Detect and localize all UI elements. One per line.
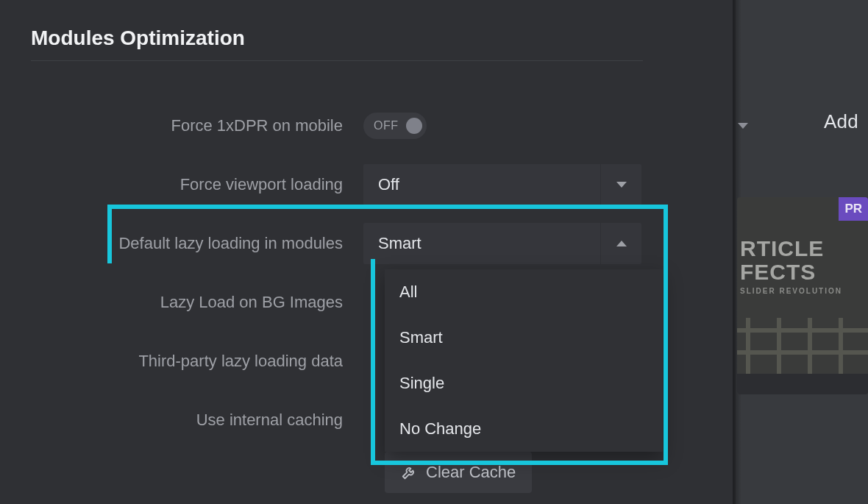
- label-internal-caching: Use internal caching: [31, 411, 363, 430]
- select-viewport-value: Off: [363, 164, 600, 205]
- row-force-dpr: Force 1xDPR on mobile OFF: [31, 96, 643, 155]
- add-label[interactable]: Add: [824, 110, 858, 133]
- annotation-highlight: [371, 259, 375, 263]
- dropdown-option-smart[interactable]: Smart: [385, 315, 663, 361]
- addon-title-line2: FECTS: [740, 260, 868, 284]
- select-lazy-loading[interactable]: Smart: [363, 223, 641, 264]
- label-force-dpr: Force 1xDPR on mobile: [31, 116, 363, 135]
- toggle-knob-icon: [406, 118, 422, 134]
- chevron-down-icon: [600, 164, 641, 205]
- addon-title-line1: RTICLE: [740, 237, 868, 260]
- addon-card[interactable]: PR RTICLE FECTS SLIDER REVOLUTION: [737, 197, 868, 394]
- lazy-loading-dropdown: All Smart Single No Change: [385, 269, 663, 452]
- addon-art: [737, 322, 868, 374]
- chevron-down-icon: [738, 123, 748, 129]
- select-viewport[interactable]: Off: [363, 164, 641, 205]
- row-lazy-loading: Default lazy loading in modules Smart: [31, 214, 643, 273]
- clear-cache-label: Clear Cache: [426, 463, 516, 482]
- chevron-up-icon: [600, 223, 641, 264]
- dropdown-option-all[interactable]: All: [385, 269, 663, 315]
- label-bg-images: Lazy Load on BG Images: [31, 293, 363, 312]
- label-viewport: Force viewport loading: [31, 175, 363, 194]
- title-divider: [31, 60, 643, 61]
- dropdown-option-single[interactable]: Single: [385, 361, 663, 406]
- wrench-icon: [401, 464, 417, 480]
- row-viewport: Force viewport loading Off: [31, 155, 643, 214]
- addon-card-footer: [737, 374, 868, 394]
- clear-cache-button[interactable]: Clear Cache: [385, 452, 532, 493]
- label-lazy-loading: Default lazy loading in modules: [31, 234, 363, 253]
- toggle-force-dpr-state: OFF: [374, 119, 399, 132]
- page-title: Modules Optimization: [31, 26, 643, 50]
- addon-subtitle: SLIDER REVOLUTION: [740, 287, 868, 295]
- dropdown-option-no-change[interactable]: No Change: [385, 406, 663, 452]
- label-third-party: Third-party lazy loading data: [31, 352, 363, 371]
- select-lazy-loading-value: Smart: [363, 223, 600, 264]
- premium-badge: PR: [839, 197, 868, 221]
- toggle-force-dpr[interactable]: OFF: [363, 113, 427, 139]
- addon-title: RTICLE FECTS SLIDER REVOLUTION: [737, 237, 868, 295]
